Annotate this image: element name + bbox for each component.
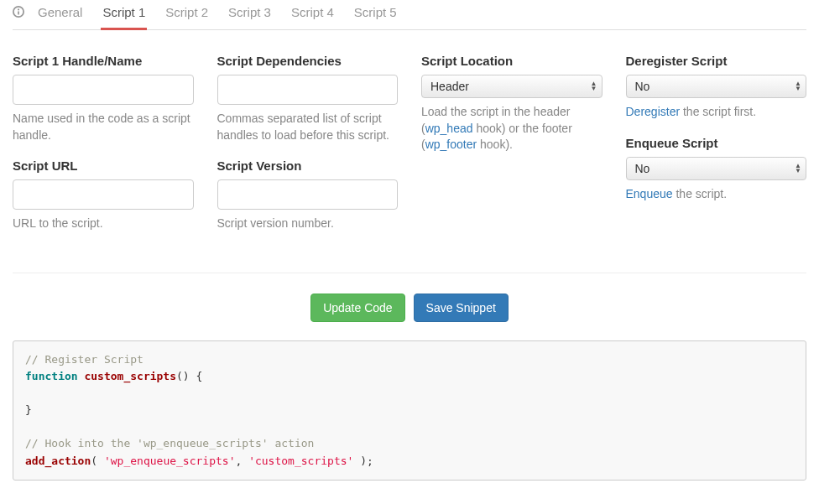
dereg-label: Deregister Script xyxy=(626,54,807,68)
loc-label: Script Location xyxy=(421,54,603,68)
enq-help: Enqueue the script. xyxy=(626,186,807,203)
column-1: Script 1 Handle/Name Name used in the co… xyxy=(13,54,194,247)
handle-label: Script 1 Handle/Name xyxy=(13,54,194,68)
tab-script-5[interactable]: Script 5 xyxy=(352,0,399,30)
tab-bar: General Script 1 Script 2 Script 3 Scrip… xyxy=(13,0,806,30)
deregister-link[interactable]: Deregister xyxy=(626,105,681,118)
tab-script-3[interactable]: Script 3 xyxy=(227,0,273,30)
handle-help: Name used in the code as a script handle… xyxy=(13,111,194,143)
update-code-button[interactable]: Update Code xyxy=(310,294,405,322)
location-select[interactable]: Header xyxy=(421,75,603,98)
tab-script-2[interactable]: Script 2 xyxy=(164,0,210,30)
enq-label: Enqueue Script xyxy=(626,136,807,150)
dereg-help: Deregister the script first. xyxy=(626,104,807,121)
enqueue-link[interactable]: Enqueue xyxy=(626,187,673,200)
info-icon[interactable] xyxy=(13,1,24,29)
url-label: Script URL xyxy=(13,158,194,173)
svg-rect-2 xyxy=(18,11,19,14)
save-snippet-button[interactable]: Save Snippet xyxy=(414,294,509,322)
url-input[interactable] xyxy=(13,179,194,210)
deps-help: Commas separated list of script handles … xyxy=(217,111,399,143)
wp-footer-link[interactable]: wp_footer xyxy=(425,138,477,151)
button-row: Update Code Save Snippet xyxy=(13,273,806,340)
column-3: Script Location Header ▲▼ Load the scrip… xyxy=(421,54,603,247)
ver-label: Script Version xyxy=(217,158,399,173)
code-preview: // Register Script function custom_scrip… xyxy=(13,340,806,481)
deps-input[interactable] xyxy=(217,75,399,105)
enqueue-select[interactable]: No xyxy=(626,157,807,180)
ver-input[interactable] xyxy=(217,179,399,210)
column-4: Deregister Script No ▲▼ Deregister the s… xyxy=(626,54,807,247)
deps-label: Script Dependencies xyxy=(217,54,399,68)
ver-help: Script version number. xyxy=(217,216,399,232)
url-help: URL to the script. xyxy=(13,216,194,232)
tab-script-1[interactable]: Script 1 xyxy=(101,0,147,30)
form-area: Script 1 Handle/Name Name used in the co… xyxy=(13,54,806,247)
handle-input[interactable] xyxy=(13,75,194,105)
svg-point-1 xyxy=(18,8,19,10)
deregister-select[interactable]: No xyxy=(626,75,807,98)
tab-general[interactable]: General xyxy=(36,0,84,30)
column-2: Script Dependencies Commas separated lis… xyxy=(217,54,399,247)
wp-head-link[interactable]: wp_head xyxy=(425,122,473,135)
tab-script-4[interactable]: Script 4 xyxy=(290,0,336,30)
loc-help: Load the script in the header (wp_head h… xyxy=(421,104,603,153)
